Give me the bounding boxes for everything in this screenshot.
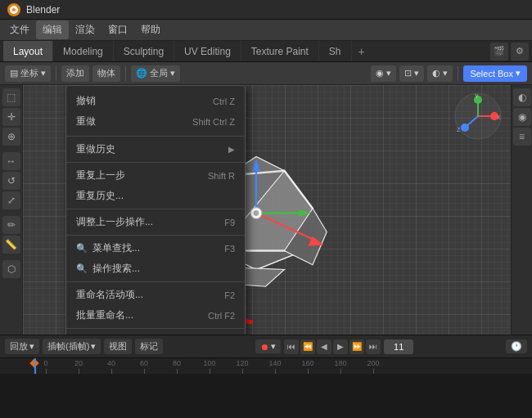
cursor-tool-button[interactable]: ✛: [2, 108, 20, 126]
annotate-tool-button[interactable]: ✏: [2, 216, 20, 234]
record-icon: ⏺: [260, 342, 269, 352]
menu-lock-object-modes[interactable]: ✓ 锁定物体模式: [66, 331, 245, 335]
menu-redo[interactable]: 重做 Shift Ctrl Z: [66, 111, 245, 132]
viewport[interactable]: X Y Z 撤销 Ctrl Z 重做 Shift Ctrl Z: [23, 85, 511, 335]
bottom-bar: 回放 ▾ 插帧(插帧) ▾ 视图 标记 ⏺ ▾ ⏮ ⏪ ◀ ▶ ⏩ ⏭ 11 🕐: [0, 335, 532, 357]
find-shortcut: F3: [224, 244, 235, 254]
rotate-tool-button[interactable]: ↺: [2, 172, 20, 190]
add-workspace-button[interactable]: +: [352, 41, 372, 61]
divider-4: [66, 235, 245, 236]
menu-help[interactable]: 帮助: [134, 20, 167, 39]
svg-point-26: [461, 124, 469, 132]
menu-batch-rename[interactable]: 批量重命名... Ctrl F2: [66, 305, 245, 326]
menu-adjust-last[interactable]: 调整上一步操作... F9: [66, 212, 245, 232]
step-back-button[interactable]: ⏪: [300, 339, 315, 354]
tab-sh[interactable]: Sh: [319, 41, 352, 61]
marker-label: 标记: [140, 340, 158, 353]
jump-end-button[interactable]: ⏭: [366, 339, 381, 354]
select-box-dropdown[interactable]: Select Box ▾: [463, 65, 527, 82]
frame-ruler[interactable]: 0 20 40 60 80 100 120 140 160 180 200: [0, 357, 532, 374]
ruler-mark-60: 60: [128, 359, 160, 374]
redo-shortcut: Shift Ctrl Z: [192, 117, 235, 127]
scope-globe-icon: 🌐: [136, 68, 147, 79]
menu-operator-search[interactable]: 🔍 操作搜索...: [66, 258, 245, 279]
svg-text:Z: Z: [457, 127, 461, 133]
header-toolbar: ▤ 坐标 ▾ 添加 物体 🌐 全局 ▾ ◉ ▾ ⊡ ▾ ◐ ▾ Select B…: [0, 62, 532, 85]
interpolation-dropdown[interactable]: 插帧(插帧) ▾: [43, 339, 101, 354]
svg-text:X: X: [497, 115, 501, 120]
step-forward-button[interactable]: ⏩: [349, 339, 364, 354]
measure-tool-button[interactable]: 📏: [2, 236, 20, 254]
adjust-last-label: 调整上一步操作...: [76, 215, 219, 229]
transform-tool-button[interactable]: ↔: [2, 152, 20, 170]
menu-undo[interactable]: 撤销 Ctrl Z: [66, 91, 245, 111]
menu-repeat-history[interactable]: 重复历史...: [66, 186, 245, 206]
menu-undo-history[interactable]: 重做历史 ▶: [66, 139, 245, 160]
viewport-options-button[interactable]: ≡: [513, 128, 531, 146]
tab-uv-editing[interactable]: UV Editing: [174, 41, 241, 61]
playback-label: 回放: [10, 340, 28, 353]
move-tool-button[interactable]: ⊕: [2, 128, 20, 146]
shading-chevron-icon: ▾: [443, 68, 448, 79]
play-button[interactable]: ▶: [333, 339, 348, 354]
shading-toggle[interactable]: ◐ ▾: [427, 65, 453, 82]
blender-logo-icon: [7, 2, 21, 17]
object-button[interactable]: 物体: [92, 65, 120, 82]
viewport-gizmo[interactable]: X Y Z: [453, 92, 503, 141]
playback-dropdown[interactable]: 回放 ▾: [5, 339, 39, 354]
jump-start-button[interactable]: ⏮: [284, 339, 299, 354]
marker-dropdown[interactable]: 标记: [135, 339, 163, 354]
fps-display: 🕐: [506, 339, 527, 353]
overlay-toggle[interactable]: ◉ ▾: [371, 65, 396, 82]
app-title: Blender: [26, 4, 60, 16]
menu-window[interactable]: 窗口: [101, 20, 134, 39]
tab-sculpting[interactable]: Sculpting: [114, 41, 174, 61]
xray-chevron-icon: ▾: [414, 68, 419, 79]
viewport-shading-button[interactable]: ◐: [513, 88, 531, 106]
view-dropdown[interactable]: 视图: [104, 339, 132, 354]
repeat-last-shortcut: Shift R: [208, 171, 235, 181]
menu-edit[interactable]: 编辑: [36, 20, 69, 39]
settings-icon[interactable]: ⚙: [511, 43, 529, 61]
scope-dropdown[interactable]: 🌐 全局 ▾: [131, 65, 180, 82]
left-toolbar: ⬚ ✛ ⊕ ↔ ↺ ⤢ ✏ 📏 ⬡: [0, 85, 23, 335]
menu-find[interactable]: 🔍 菜单查找... F3: [66, 238, 245, 258]
select-box-label: Select Box: [470, 69, 513, 79]
mode-label: 坐标: [20, 67, 38, 79]
tab-texture-paint[interactable]: Texture Paint: [241, 41, 319, 61]
tab-modeling[interactable]: Modeling: [53, 41, 114, 61]
viewport-overlay-button[interactable]: ◉: [513, 108, 531, 126]
frame-position-indicator: [34, 358, 36, 374]
ruler-mark-180: 180: [324, 359, 357, 374]
xray-toggle[interactable]: ⊡ ▾: [399, 65, 424, 82]
mode-selector[interactable]: ▤ 坐标 ▾: [5, 65, 51, 82]
record-toggle[interactable]: ⏺ ▾: [255, 339, 281, 353]
tab-layout[interactable]: Layout: [3, 41, 53, 61]
playback-controls: ⏮ ⏪ ◀ ▶ ⏩ ⏭: [284, 339, 381, 354]
toolbar-separator-2: [125, 66, 126, 81]
scope-chevron-icon: ▾: [170, 68, 175, 79]
menu-file[interactable]: 文件: [3, 20, 36, 39]
search2-icon: 🔍: [76, 263, 88, 274]
right-toolbar: ◐ ◉ ≡: [511, 85, 532, 335]
menu-rename-active[interactable]: 重命名活动项... F2: [66, 285, 245, 305]
title-bar: Blender: [0, 0, 532, 20]
menu-render[interactable]: 渲染: [69, 20, 101, 39]
fps-label: 🕐: [511, 341, 522, 352]
find-label: 菜单查找...: [92, 241, 219, 255]
undo-label: 撤销: [76, 94, 208, 108]
select-tool-button[interactable]: ⬚: [2, 88, 20, 106]
svg-point-15: [254, 210, 259, 216]
scale-tool-button[interactable]: ⤢: [2, 191, 20, 209]
menu-repeat-last[interactable]: 重复上一步 Shift R: [66, 165, 245, 186]
repeat-history-label: 重复历史...: [76, 189, 235, 203]
add-mesh-button[interactable]: ⬡: [2, 260, 20, 278]
ruler-mark-200: 200: [357, 359, 390, 374]
add-button[interactable]: 添加: [61, 65, 89, 82]
play-reverse-button[interactable]: ◀: [317, 339, 331, 354]
scene-icon[interactable]: 🎬: [490, 43, 508, 61]
menu-section-undo: 撤销 Ctrl Z 重做 Shift Ctrl Z: [66, 89, 245, 133]
chevron-down-icon: ▾: [41, 68, 46, 79]
batch-rename-label: 批量重命名...: [76, 308, 203, 322]
current-frame-input[interactable]: 11: [384, 339, 413, 354]
